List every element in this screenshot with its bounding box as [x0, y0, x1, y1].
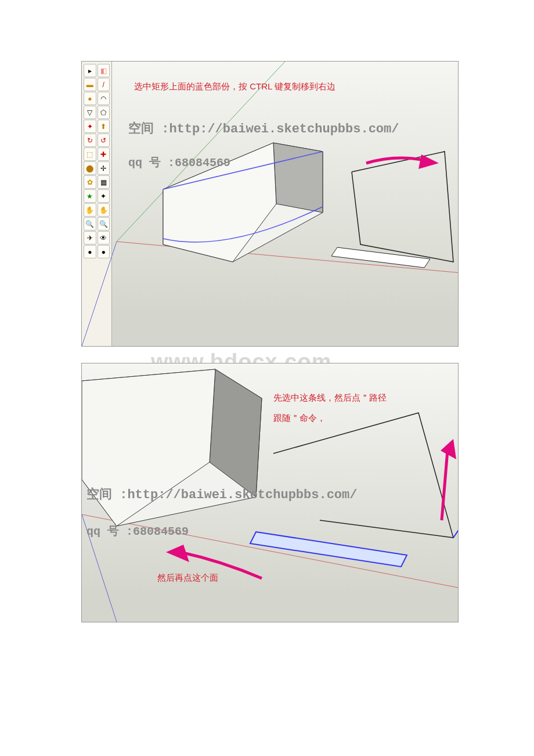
annotation-text-2b: 跟随＂命令， — [273, 413, 326, 424]
sketch-svg-1 — [82, 62, 459, 346]
annotation-text-2a: 先选中这条线，然后点＂路径 — [273, 393, 387, 404]
screenshot-panel-2: 先选中这条线，然后点＂路径 跟随＂命令， 然后再点这个面 空间 :http://… — [81, 363, 459, 622]
document-page: ▸◧ ▬/ ●◠ ▽⬠ ✦⬆ ↻↺ ⬚✚ ⬤✢ ✿▦ ★✦ ✋✋ 🔍🔍 ✈👁 ●… — [0, 0, 534, 668]
svg-line-1 — [82, 242, 117, 346]
url-text-2: 空间 :http://baiwei.sketchupbbs.com/ — [86, 485, 357, 503]
qq-text-2: qq 号 :68084569 — [86, 523, 189, 539]
svg-marker-15 — [166, 545, 189, 562]
qq-text-1: qq 号 :68084569 — [128, 154, 230, 170]
annotation-text-1: 选中矩形上面的蓝色部份，按 CTRL 键复制移到右边 — [134, 81, 335, 92]
annotation-text-2c: 然后再点这个面 — [157, 573, 218, 584]
screenshot-panel-1: ▸◧ ▬/ ●◠ ▽⬠ ✦⬆ ↻↺ ⬚✚ ⬤✢ ✿▦ ★✦ ✋✋ 🔍🔍 ✈👁 ●… — [81, 61, 459, 347]
svg-marker-13 — [250, 532, 407, 567]
url-text-1: 空间 :http://baiwei.sketchupbbs.com/ — [128, 120, 399, 137]
svg-marker-7 — [418, 154, 439, 169]
